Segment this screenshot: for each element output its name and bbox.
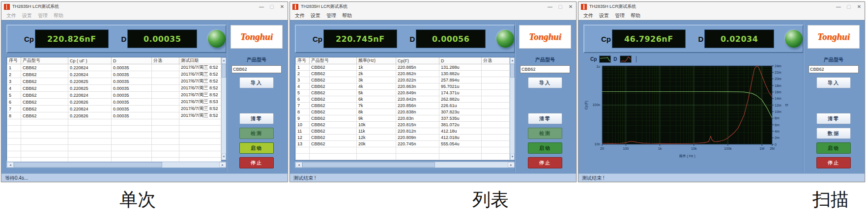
close-icon[interactable]: ✕ xyxy=(856,4,862,9)
horizontal-scrollbar[interactable]: ◄ ► xyxy=(295,162,515,168)
scroll-down-icon[interactable]: ▼ xyxy=(510,154,515,160)
column-header[interactable]: 产品型号 xyxy=(310,57,357,64)
column-header[interactable]: 分选 xyxy=(152,57,179,64)
table-row[interactable]: 4CBB620.2208250.00035 2017/6/7/周三 8:52 xyxy=(7,85,221,92)
import-button[interactable]: 导入 xyxy=(528,77,562,88)
table-row[interactable]: 7CBB627k220.856n226.61u xyxy=(296,103,510,109)
start-button[interactable]: 启动 xyxy=(816,142,851,154)
table-row[interactable]: 1CBB620.2208240.00035 2017/6/7/周三 8:52 xyxy=(7,64,221,71)
table-row[interactable]: 8CBB620.2208260.00035 2017/6/7/周三 8:52 xyxy=(7,112,221,119)
menu-help[interactable]: 帮助 xyxy=(628,12,643,19)
table-row[interactable] xyxy=(7,119,221,126)
scroll-right-icon[interactable]: ► xyxy=(508,162,515,167)
scroll-left-icon[interactable]: ◄ xyxy=(295,162,302,167)
column-header[interactable]: 产品型号 xyxy=(21,57,68,64)
table-row[interactable]: 5CBB625k220.849n174.371u xyxy=(296,90,510,96)
table-row[interactable] xyxy=(296,147,510,154)
tab-d-label[interactable]: D xyxy=(613,56,617,62)
scrollbar-thumb[interactable] xyxy=(510,64,515,78)
table-row[interactable]: 13CBB6220k220.745n555.054u xyxy=(296,141,510,147)
table-row[interactable] xyxy=(7,132,221,138)
product-model-input[interactable] xyxy=(809,65,859,73)
close-icon[interactable]: ✕ xyxy=(568,4,574,9)
minimize-icon[interactable]: — xyxy=(259,4,264,9)
detect-button[interactable]: 检测 xyxy=(528,128,562,139)
column-header[interactable]: D xyxy=(439,57,482,64)
menu-settings[interactable]: 设置 xyxy=(596,12,612,19)
table-row[interactable] xyxy=(296,154,510,160)
column-header[interactable]: 序号 xyxy=(296,57,310,64)
table-row[interactable]: 2CBB622k220.862n130.882u xyxy=(296,71,510,77)
scrollbar-thumb[interactable] xyxy=(302,162,435,167)
import-button[interactable]: 导入 xyxy=(239,77,274,88)
scroll-up-icon[interactable]: ▲ xyxy=(510,57,515,64)
column-header[interactable]: 测试日期 xyxy=(179,57,221,64)
stop-button[interactable]: 停止 xyxy=(528,157,562,168)
detect-button[interactable]: 检测 xyxy=(239,128,274,139)
scroll-left-icon[interactable]: ◄ xyxy=(7,162,14,167)
table-row[interactable]: 8CBB628k220.838n307.823u xyxy=(296,109,510,115)
menu-file[interactable]: 文件 xyxy=(3,12,19,19)
close-icon[interactable]: ✕ xyxy=(279,4,285,9)
column-header[interactable]: 序号 xyxy=(7,57,21,64)
menu-settings[interactable]: 设置 xyxy=(19,12,35,19)
product-model-input[interactable] xyxy=(520,65,570,73)
data-button[interactable]: 数据 xyxy=(816,128,851,139)
zero-button[interactable]: 清零 xyxy=(528,113,562,124)
menu-file[interactable]: 文件 xyxy=(292,12,308,19)
table-row[interactable] xyxy=(7,126,221,132)
table-row[interactable]: 11CBB6211k220.812n412.18u xyxy=(296,128,510,135)
table-row[interactable] xyxy=(7,151,221,158)
table-row[interactable]: 3CBB620.2208250.00035 2017/6/7/周三 8:52 xyxy=(7,78,221,85)
tab-cp-label[interactable]: Cp xyxy=(590,56,597,62)
maximize-icon[interactable]: ▢ xyxy=(557,4,563,9)
stop-button[interactable]: 停止 xyxy=(816,157,851,168)
scrollbar-thumb[interactable] xyxy=(14,162,162,167)
d-curve-icon[interactable] xyxy=(620,55,632,63)
column-header[interactable]: D xyxy=(112,57,152,64)
table-row[interactable] xyxy=(7,145,221,151)
horizontal-scrollbar[interactable]: ◄ ► xyxy=(6,162,227,168)
start-button[interactable]: 启动 xyxy=(528,142,562,154)
scrollbar-thumb[interactable] xyxy=(222,64,226,78)
scroll-right-icon[interactable]: ► xyxy=(219,162,226,167)
scroll-down-icon[interactable]: ▼ xyxy=(222,154,226,160)
vertical-scrollbar[interactable]: ▲ ▼ xyxy=(510,57,515,160)
column-header[interactable]: 分选 xyxy=(482,57,510,64)
menu-file[interactable]: 文件 xyxy=(580,12,596,19)
maximize-icon[interactable]: ▢ xyxy=(269,4,275,9)
column-header[interactable]: 频率(Hz) xyxy=(357,57,396,64)
vertical-scrollbar[interactable]: ▲ ▼ xyxy=(221,57,226,160)
product-model-input[interactable] xyxy=(231,65,282,73)
import-button[interactable]: 导入 xyxy=(816,77,851,88)
table-row[interactable]: 4CBB624k220.863n95.7021u xyxy=(296,83,510,90)
minimize-icon[interactable]: — xyxy=(836,4,841,9)
zero-button[interactable]: 清零 xyxy=(239,113,274,124)
menu-help[interactable]: 帮助 xyxy=(51,12,66,19)
menu-settings[interactable]: 设置 xyxy=(308,12,323,19)
table-row[interactable]: 6CBB626k220.842n262.882u xyxy=(296,96,510,103)
menu-manage[interactable]: 管理 xyxy=(612,12,628,19)
table-row[interactable]: 6CBB620.2208260.00035 2017/6/7/周三 8:53 xyxy=(7,99,221,106)
cp-curve-icon[interactable] xyxy=(599,55,611,63)
zero-button[interactable]: 清零 xyxy=(816,113,851,124)
table-row[interactable] xyxy=(7,138,221,145)
table-row[interactable]: 9CBB629k220.83n337.535u xyxy=(296,115,510,122)
table-row[interactable]: 10CBB6210k220.815n381.072u xyxy=(296,122,510,128)
minimize-icon[interactable]: — xyxy=(547,4,553,9)
table-row[interactable]: 2CBB620.2208240.00035 2017/6/7/周三 8:52 xyxy=(7,71,221,78)
table-row[interactable]: 1CBB621k220.885n131.288u xyxy=(296,64,510,71)
table-row[interactable]: 12CBB6212k220.809n412.018u xyxy=(296,135,510,141)
scroll-up-icon[interactable]: ▲ xyxy=(222,57,226,64)
menu-help[interactable]: 帮助 xyxy=(339,12,355,19)
menu-manage[interactable]: 管理 xyxy=(323,12,339,19)
table-row[interactable]: 7CBB620.2208240.00035 2017/6/7/周三 8:52 xyxy=(7,106,221,112)
stop-button[interactable]: 停止 xyxy=(239,157,274,168)
table-row[interactable]: 5CBB620.2208240.00035 2017/6/7/周三 8:52 xyxy=(7,92,221,99)
column-header[interactable]: Cp ( uF ) xyxy=(68,57,112,64)
menu-manage[interactable]: 管理 xyxy=(35,12,51,19)
table-row[interactable]: 3CBB623k220.822n257.894u xyxy=(296,77,510,83)
start-button[interactable]: 启动 xyxy=(239,142,274,154)
column-header[interactable]: Cp(F) xyxy=(396,57,439,64)
maximize-icon[interactable]: ▢ xyxy=(846,4,852,9)
